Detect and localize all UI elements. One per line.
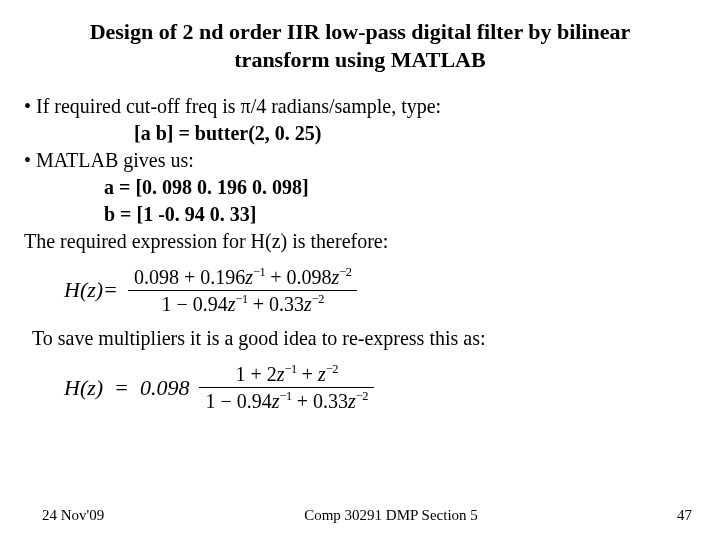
eq1-den-part1: 1 − 0.94 xyxy=(161,292,227,314)
equation-hz-full: H(z)= 0.098 + 0.196z−1 + 0.098z−2 1 − 0.… xyxy=(64,265,696,315)
vector-a: a = [0. 098 0. 196 0. 098] xyxy=(24,174,696,201)
eq2-num-part1: 1 + 2 xyxy=(235,363,276,385)
equation-hz-factored: H(z) = 0.098 1 + 2z−1 + z−2 1 − 0.94z−1 … xyxy=(64,362,696,412)
required-expression-text: The required expression for H(z) is ther… xyxy=(24,228,696,255)
eq2-den-part2: + 0.33 xyxy=(292,390,348,412)
footer-date: 24 Nov'09 xyxy=(42,507,122,524)
bullet-matlab-gives: • MATLAB gives us: xyxy=(24,147,696,174)
slide-title: Design of 2 nd order IIR low-pass digita… xyxy=(64,18,656,73)
vector-b: b = [1 -0. 94 0. 33] xyxy=(24,201,696,228)
eq1-num-part1: 0.098 + 0.196 xyxy=(134,266,245,288)
save-multipliers-text: To save multipliers it is a good idea to… xyxy=(32,325,696,352)
eq1-den-part2: + 0.33 xyxy=(248,292,304,314)
footer-course: Comp 30291 DMP Section 5 xyxy=(122,507,660,524)
slide-body: • If required cut-off freq is π/4 radian… xyxy=(24,93,696,413)
eq2-num-part2: + xyxy=(297,363,318,385)
footer-page-number: 47 xyxy=(660,507,692,524)
slide-footer: 24 Nov'09 Comp 30291 DMP Section 5 47 xyxy=(0,507,720,524)
eq1-num-part2: + 0.098 xyxy=(265,266,331,288)
code-butter: [a b] = butter(2, 0. 25) xyxy=(24,120,696,147)
bullet-cutoff: • If required cut-off freq is π/4 radian… xyxy=(24,93,696,120)
eq2-den-part1: 1 − 0.94 xyxy=(205,390,271,412)
